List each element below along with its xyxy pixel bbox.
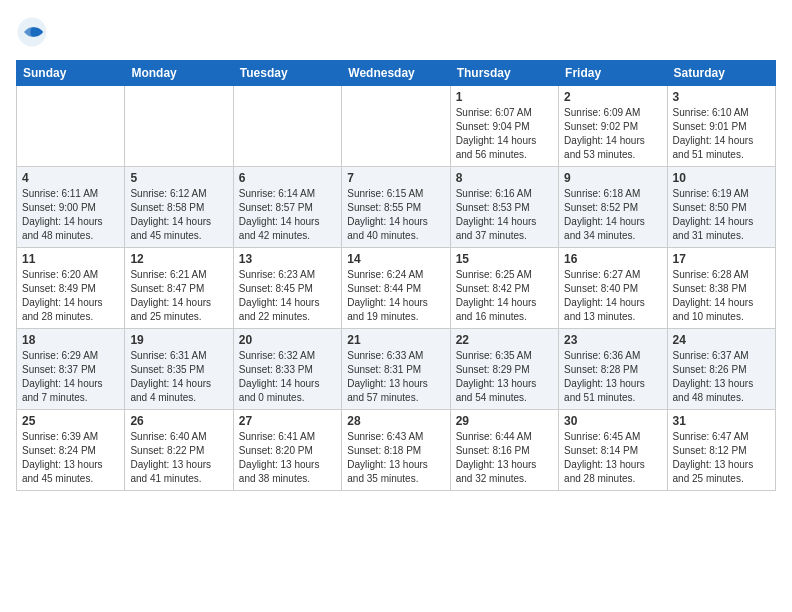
day-info: Sunrise: 6:31 AM Sunset: 8:35 PM Dayligh… <box>130 349 227 405</box>
day-number: 31 <box>673 414 770 428</box>
calendar-header-row: SundayMondayTuesdayWednesdayThursdayFrid… <box>17 61 776 86</box>
day-info: Sunrise: 6:39 AM Sunset: 8:24 PM Dayligh… <box>22 430 119 486</box>
day-number: 26 <box>130 414 227 428</box>
day-number: 30 <box>564 414 661 428</box>
day-number: 5 <box>130 171 227 185</box>
day-info: Sunrise: 6:35 AM Sunset: 8:29 PM Dayligh… <box>456 349 553 405</box>
day-number: 10 <box>673 171 770 185</box>
calendar-cell: 13Sunrise: 6:23 AM Sunset: 8:45 PM Dayli… <box>233 248 341 329</box>
logo <box>16 16 52 48</box>
calendar-header-sunday: Sunday <box>17 61 125 86</box>
day-info: Sunrise: 6:37 AM Sunset: 8:26 PM Dayligh… <box>673 349 770 405</box>
calendar-week-row: 18Sunrise: 6:29 AM Sunset: 8:37 PM Dayli… <box>17 329 776 410</box>
day-number: 12 <box>130 252 227 266</box>
calendar-cell: 23Sunrise: 6:36 AM Sunset: 8:28 PM Dayli… <box>559 329 667 410</box>
day-number: 14 <box>347 252 444 266</box>
calendar-cell <box>17 86 125 167</box>
day-info: Sunrise: 6:47 AM Sunset: 8:12 PM Dayligh… <box>673 430 770 486</box>
day-info: Sunrise: 6:11 AM Sunset: 9:00 PM Dayligh… <box>22 187 119 243</box>
calendar-cell: 8Sunrise: 6:16 AM Sunset: 8:53 PM Daylig… <box>450 167 558 248</box>
page-header <box>16 16 776 48</box>
day-info: Sunrise: 6:27 AM Sunset: 8:40 PM Dayligh… <box>564 268 661 324</box>
day-info: Sunrise: 6:28 AM Sunset: 8:38 PM Dayligh… <box>673 268 770 324</box>
day-info: Sunrise: 6:33 AM Sunset: 8:31 PM Dayligh… <box>347 349 444 405</box>
calendar-cell: 17Sunrise: 6:28 AM Sunset: 8:38 PM Dayli… <box>667 248 775 329</box>
calendar-cell: 29Sunrise: 6:44 AM Sunset: 8:16 PM Dayli… <box>450 410 558 491</box>
day-number: 6 <box>239 171 336 185</box>
calendar-cell: 27Sunrise: 6:41 AM Sunset: 8:20 PM Dayli… <box>233 410 341 491</box>
day-info: Sunrise: 6:25 AM Sunset: 8:42 PM Dayligh… <box>456 268 553 324</box>
day-number: 3 <box>673 90 770 104</box>
day-number: 11 <box>22 252 119 266</box>
day-number: 29 <box>456 414 553 428</box>
day-info: Sunrise: 6:32 AM Sunset: 8:33 PM Dayligh… <box>239 349 336 405</box>
day-number: 19 <box>130 333 227 347</box>
day-number: 27 <box>239 414 336 428</box>
logo-icon <box>16 16 48 48</box>
day-number: 18 <box>22 333 119 347</box>
day-number: 8 <box>456 171 553 185</box>
calendar-week-row: 1Sunrise: 6:07 AM Sunset: 9:04 PM Daylig… <box>17 86 776 167</box>
calendar-cell: 7Sunrise: 6:15 AM Sunset: 8:55 PM Daylig… <box>342 167 450 248</box>
calendar-cell: 30Sunrise: 6:45 AM Sunset: 8:14 PM Dayli… <box>559 410 667 491</box>
day-number: 23 <box>564 333 661 347</box>
day-info: Sunrise: 6:21 AM Sunset: 8:47 PM Dayligh… <box>130 268 227 324</box>
calendar-cell: 31Sunrise: 6:47 AM Sunset: 8:12 PM Dayli… <box>667 410 775 491</box>
calendar-header-wednesday: Wednesday <box>342 61 450 86</box>
day-info: Sunrise: 6:16 AM Sunset: 8:53 PM Dayligh… <box>456 187 553 243</box>
calendar-cell: 15Sunrise: 6:25 AM Sunset: 8:42 PM Dayli… <box>450 248 558 329</box>
day-number: 7 <box>347 171 444 185</box>
day-info: Sunrise: 6:24 AM Sunset: 8:44 PM Dayligh… <box>347 268 444 324</box>
calendar-cell: 9Sunrise: 6:18 AM Sunset: 8:52 PM Daylig… <box>559 167 667 248</box>
day-number: 1 <box>456 90 553 104</box>
day-number: 20 <box>239 333 336 347</box>
day-info: Sunrise: 6:20 AM Sunset: 8:49 PM Dayligh… <box>22 268 119 324</box>
day-number: 17 <box>673 252 770 266</box>
day-info: Sunrise: 6:44 AM Sunset: 8:16 PM Dayligh… <box>456 430 553 486</box>
calendar-cell: 28Sunrise: 6:43 AM Sunset: 8:18 PM Dayli… <box>342 410 450 491</box>
calendar-header-thursday: Thursday <box>450 61 558 86</box>
calendar-cell: 14Sunrise: 6:24 AM Sunset: 8:44 PM Dayli… <box>342 248 450 329</box>
calendar-cell <box>342 86 450 167</box>
day-info: Sunrise: 6:29 AM Sunset: 8:37 PM Dayligh… <box>22 349 119 405</box>
calendar-cell: 22Sunrise: 6:35 AM Sunset: 8:29 PM Dayli… <box>450 329 558 410</box>
calendar-cell: 20Sunrise: 6:32 AM Sunset: 8:33 PM Dayli… <box>233 329 341 410</box>
day-number: 22 <box>456 333 553 347</box>
day-info: Sunrise: 6:43 AM Sunset: 8:18 PM Dayligh… <box>347 430 444 486</box>
calendar-header-monday: Monday <box>125 61 233 86</box>
day-number: 24 <box>673 333 770 347</box>
day-info: Sunrise: 6:19 AM Sunset: 8:50 PM Dayligh… <box>673 187 770 243</box>
day-number: 16 <box>564 252 661 266</box>
calendar-cell: 19Sunrise: 6:31 AM Sunset: 8:35 PM Dayli… <box>125 329 233 410</box>
calendar-cell: 21Sunrise: 6:33 AM Sunset: 8:31 PM Dayli… <box>342 329 450 410</box>
day-number: 28 <box>347 414 444 428</box>
day-number: 9 <box>564 171 661 185</box>
calendar-cell <box>125 86 233 167</box>
calendar-cell: 5Sunrise: 6:12 AM Sunset: 8:58 PM Daylig… <box>125 167 233 248</box>
calendar-header-tuesday: Tuesday <box>233 61 341 86</box>
day-info: Sunrise: 6:45 AM Sunset: 8:14 PM Dayligh… <box>564 430 661 486</box>
day-number: 4 <box>22 171 119 185</box>
calendar-cell: 3Sunrise: 6:10 AM Sunset: 9:01 PM Daylig… <box>667 86 775 167</box>
day-info: Sunrise: 6:23 AM Sunset: 8:45 PM Dayligh… <box>239 268 336 324</box>
day-info: Sunrise: 6:36 AM Sunset: 8:28 PM Dayligh… <box>564 349 661 405</box>
calendar-cell: 10Sunrise: 6:19 AM Sunset: 8:50 PM Dayli… <box>667 167 775 248</box>
calendar-cell <box>233 86 341 167</box>
calendar-week-row: 11Sunrise: 6:20 AM Sunset: 8:49 PM Dayli… <box>17 248 776 329</box>
day-number: 21 <box>347 333 444 347</box>
calendar-cell: 25Sunrise: 6:39 AM Sunset: 8:24 PM Dayli… <box>17 410 125 491</box>
calendar-week-row: 4Sunrise: 6:11 AM Sunset: 9:00 PM Daylig… <box>17 167 776 248</box>
day-info: Sunrise: 6:12 AM Sunset: 8:58 PM Dayligh… <box>130 187 227 243</box>
day-info: Sunrise: 6:14 AM Sunset: 8:57 PM Dayligh… <box>239 187 336 243</box>
calendar-cell: 2Sunrise: 6:09 AM Sunset: 9:02 PM Daylig… <box>559 86 667 167</box>
day-number: 2 <box>564 90 661 104</box>
day-info: Sunrise: 6:15 AM Sunset: 8:55 PM Dayligh… <box>347 187 444 243</box>
day-number: 13 <box>239 252 336 266</box>
day-info: Sunrise: 6:10 AM Sunset: 9:01 PM Dayligh… <box>673 106 770 162</box>
calendar-week-row: 25Sunrise: 6:39 AM Sunset: 8:24 PM Dayli… <box>17 410 776 491</box>
calendar-cell: 18Sunrise: 6:29 AM Sunset: 8:37 PM Dayli… <box>17 329 125 410</box>
day-number: 15 <box>456 252 553 266</box>
calendar-cell: 11Sunrise: 6:20 AM Sunset: 8:49 PM Dayli… <box>17 248 125 329</box>
calendar-cell: 24Sunrise: 6:37 AM Sunset: 8:26 PM Dayli… <box>667 329 775 410</box>
calendar-cell: 12Sunrise: 6:21 AM Sunset: 8:47 PM Dayli… <box>125 248 233 329</box>
